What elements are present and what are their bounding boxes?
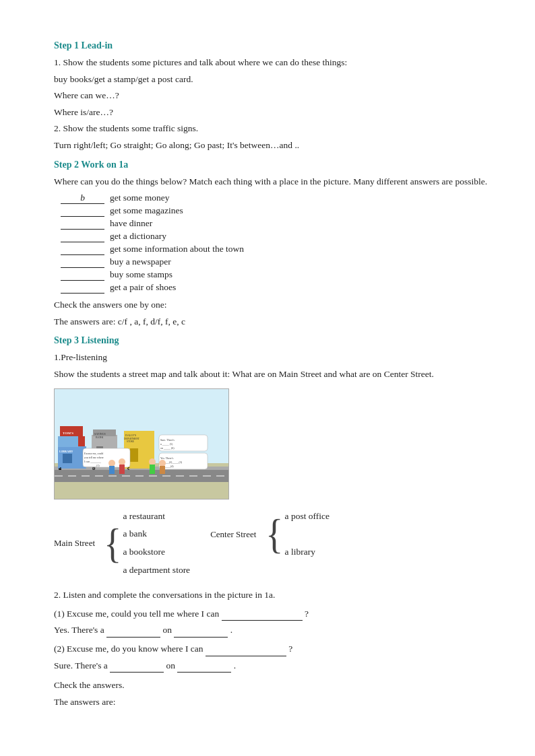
svg-text:DALLY'S: DALLY'S bbox=[125, 434, 136, 437]
svg-point-49 bbox=[159, 460, 166, 467]
svg-point-47 bbox=[149, 458, 156, 465]
center-item-1: a post office bbox=[285, 509, 329, 524]
center-street-brace: { bbox=[265, 514, 283, 555]
svg-text:I can ________: I can ________ bbox=[84, 460, 102, 463]
svg-rect-21 bbox=[130, 448, 138, 462]
match-blank-7 bbox=[61, 269, 104, 281]
main-item-3: a bookstore bbox=[123, 545, 190, 560]
svg-rect-28 bbox=[58, 436, 78, 447]
svg-point-43 bbox=[108, 460, 115, 467]
match-text-7: buy some stamps bbox=[110, 269, 172, 280]
pre-listening-desc: Show the students a street map and talk … bbox=[54, 367, 488, 382]
svg-rect-48 bbox=[150, 465, 155, 474]
match-item-7: buy some stamps bbox=[61, 269, 488, 281]
center-item-2: a library bbox=[285, 545, 329, 560]
q2-on: on bbox=[166, 660, 176, 671]
svg-text:you tell me where: you tell me where bbox=[84, 456, 104, 459]
svg-point-45 bbox=[119, 458, 125, 465]
match-text-3: have dinner bbox=[110, 218, 152, 229]
svg-rect-44 bbox=[109, 466, 115, 474]
check2-label: Check the answers. bbox=[54, 678, 488, 693]
match-item-4: get a dictionary bbox=[61, 231, 488, 242]
street-map-image: TOM'S RESTAURANT a SAVINGS BANK b DALLY'… bbox=[54, 388, 229, 500]
svg-text:d: d bbox=[59, 466, 61, 471]
q2-end: ? bbox=[288, 644, 292, 654]
svg-rect-25 bbox=[63, 454, 72, 463]
listen-title: 2. Listen and complete the conversations… bbox=[54, 588, 488, 603]
match-item-1: b get some money bbox=[61, 193, 488, 204]
q1-answer-blank2 bbox=[174, 628, 228, 638]
step2-section: Step 2 Work on 1a Where can you do the t… bbox=[54, 160, 488, 329]
match-text-8: get a pair of shoes bbox=[110, 282, 176, 293]
match-blank-5 bbox=[61, 244, 104, 255]
step2-desc: Where can you do the things below? Match… bbox=[54, 174, 488, 189]
q1-on: on bbox=[162, 625, 172, 635]
match-blank-4 bbox=[61, 231, 104, 242]
q2-period: . bbox=[234, 660, 236, 671]
q1-text: (1) Excuse me, could you tell me where I… bbox=[54, 609, 219, 619]
step1-line1: 1. Show the students some pictures and t… bbox=[54, 55, 488, 70]
step1-line2: buy books/get a stamp/get a post card. bbox=[54, 72, 488, 87]
q1-period: . bbox=[230, 625, 232, 635]
main-item-1: a restaurant bbox=[123, 509, 190, 524]
svg-rect-46 bbox=[119, 465, 125, 474]
q2-blank bbox=[206, 647, 286, 656]
main-street-items: a restaurant a bank a bookstore a depart… bbox=[123, 506, 190, 582]
match-item-6: buy a newspaper bbox=[61, 256, 488, 268]
main-item-2: a bank bbox=[123, 526, 190, 542]
step1-line5: 2. Show the students some traffic signs. bbox=[54, 121, 488, 136]
svg-rect-50 bbox=[160, 466, 165, 474]
svg-text:on _____ (6): on _____ (6) bbox=[160, 446, 175, 450]
match-item-8: get a pair of shoes bbox=[61, 282, 488, 294]
step1-section: Step 1 Lead-in 1. Show the students some… bbox=[54, 40, 488, 153]
center-street-label: Center Street bbox=[210, 529, 264, 540]
svg-text:Yes. There's: Yes. There's bbox=[160, 456, 174, 460]
match-blank-3 bbox=[61, 218, 104, 230]
match-text-4: get a dictionary bbox=[110, 231, 166, 242]
step2-title: Step 2 Work on 1a bbox=[54, 160, 488, 170]
q1-answer-blank1 bbox=[106, 628, 160, 638]
match-text-6: buy a newspaper bbox=[110, 256, 171, 267]
q1-line: (1) Excuse me, could you tell me where I… bbox=[54, 607, 488, 621]
q1-blank bbox=[222, 611, 303, 621]
main-item-4: a department store bbox=[123, 563, 190, 578]
step1-line6: Turn right/left; Go straight; Go along; … bbox=[54, 138, 488, 153]
step1-title: Step 1 Lead-in bbox=[54, 40, 488, 51]
svg-text:_________(1): _________(1) bbox=[84, 464, 100, 467]
svg-text:Sure. There's: Sure. There's bbox=[160, 438, 175, 442]
q2-text: (2) Excuse me, do you know where I can bbox=[54, 644, 203, 654]
match-blank-1: b bbox=[61, 193, 104, 204]
check-answers-label: Check the answers one by one: bbox=[54, 298, 488, 312]
main-street-brace: { bbox=[104, 523, 121, 564]
step1-line4: Where is/are…? bbox=[54, 105, 488, 120]
step3-section: Step 3 Listening 1.Pre-listening Show th… bbox=[54, 335, 488, 709]
match-list: b get some money get some magazines have… bbox=[61, 193, 488, 294]
match-text-1: get some money bbox=[110, 193, 169, 203]
match-item-3: have dinner bbox=[61, 218, 488, 230]
svg-text:a _____ (5): a _____ (5) bbox=[160, 442, 173, 446]
svg-text:BANK: BANK bbox=[96, 436, 103, 439]
q2-answer-blank2 bbox=[177, 663, 231, 673]
answers2-text: The answers are: bbox=[54, 695, 488, 710]
step1-line3: Where can we…? bbox=[54, 88, 488, 103]
match-blank-2 bbox=[61, 205, 104, 217]
step3-title: Step 3 Listening bbox=[54, 335, 488, 346]
svg-text:LIBRARY: LIBRARY bbox=[59, 450, 73, 453]
center-item-spacer bbox=[285, 526, 329, 542]
svg-text:TOM'S: TOM'S bbox=[63, 432, 73, 435]
match-blank-6 bbox=[61, 256, 104, 268]
q1-answer-line: Yes. There's a on . bbox=[54, 623, 488, 638]
streets-section: Main Street { a restaurant a bank a book… bbox=[54, 506, 488, 582]
match-item-5: get some information about the town bbox=[61, 244, 488, 255]
answers-text: The answers are: c/f , a, f, d/f, f, e, … bbox=[54, 314, 488, 329]
main-street-label: Main Street bbox=[54, 538, 102, 549]
q1-yes: Yes. There's a bbox=[54, 625, 104, 635]
q2-answer-line: Sure. There's a on . bbox=[54, 658, 488, 673]
q2-answer-blank1 bbox=[110, 663, 164, 673]
svg-text:STORE: STORE bbox=[127, 440, 134, 443]
pre-listening-label: 1.Pre-listening bbox=[54, 350, 488, 365]
q1-end: ? bbox=[305, 609, 309, 619]
center-street-items: a post office a library bbox=[285, 506, 329, 563]
match-text-5: get some information about the town bbox=[110, 244, 244, 254]
match-item-2: get some magazines bbox=[61, 205, 488, 217]
